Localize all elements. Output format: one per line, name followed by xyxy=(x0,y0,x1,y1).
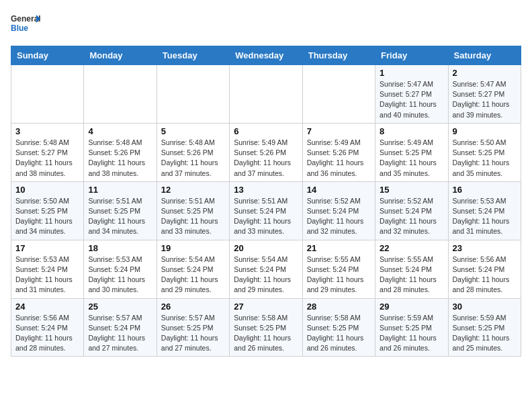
day-info: Sunrise: 5:48 AM Sunset: 5:26 PM Dayligh… xyxy=(161,138,225,179)
day-info: Sunrise: 5:51 AM Sunset: 5:25 PM Dayligh… xyxy=(161,196,225,237)
day-number: 26 xyxy=(161,302,225,312)
day-info: Sunrise: 5:47 AM Sunset: 5:27 PM Dayligh… xyxy=(380,79,443,120)
calendar-week-row: 17Sunrise: 5:53 AM Sunset: 5:24 PM Dayli… xyxy=(11,240,521,298)
calendar-cell: 16Sunrise: 5:53 AM Sunset: 5:24 PM Dayli… xyxy=(448,181,521,240)
day-info: Sunrise: 5:58 AM Sunset: 5:25 PM Dayligh… xyxy=(307,313,371,354)
logo-svg: General Blue xyxy=(11,11,40,40)
day-number: 5 xyxy=(161,126,225,136)
day-number: 22 xyxy=(380,243,443,253)
day-number: 16 xyxy=(453,185,517,195)
day-number: 6 xyxy=(234,126,298,136)
svg-text:General: General xyxy=(11,14,40,24)
day-info: Sunrise: 5:49 AM Sunset: 5:26 PM Dayligh… xyxy=(307,138,371,179)
calendar-week-row: 10Sunrise: 5:50 AM Sunset: 5:25 PM Dayli… xyxy=(11,181,521,240)
calendar-cell: 23Sunrise: 5:56 AM Sunset: 5:24 PM Dayli… xyxy=(448,240,521,298)
calendar-cell xyxy=(302,65,375,124)
calendar-cell xyxy=(157,65,229,124)
day-info: Sunrise: 5:48 AM Sunset: 5:26 PM Dayligh… xyxy=(88,138,152,179)
day-number: 1 xyxy=(380,68,443,78)
calendar-week-row: 1Sunrise: 5:47 AM Sunset: 5:27 PM Daylig… xyxy=(11,65,521,124)
day-info: Sunrise: 5:59 AM Sunset: 5:25 PM Dayligh… xyxy=(453,313,517,354)
day-info: Sunrise: 5:58 AM Sunset: 5:25 PM Dayligh… xyxy=(234,313,298,354)
calendar-cell: 24Sunrise: 5:56 AM Sunset: 5:24 PM Dayli… xyxy=(11,298,84,357)
calendar-cell: 18Sunrise: 5:53 AM Sunset: 5:24 PM Dayli… xyxy=(84,240,157,298)
day-number: 9 xyxy=(453,126,517,136)
calendar-week-row: 3Sunrise: 5:48 AM Sunset: 5:27 PM Daylig… xyxy=(11,123,521,181)
day-info: Sunrise: 5:50 AM Sunset: 5:25 PM Dayligh… xyxy=(453,138,517,179)
calendar-cell: 12Sunrise: 5:51 AM Sunset: 5:25 PM Dayli… xyxy=(157,181,229,240)
weekday-header-saturday: Saturday xyxy=(448,46,521,65)
calendar-cell: 3Sunrise: 5:48 AM Sunset: 5:27 PM Daylig… xyxy=(11,123,84,181)
day-info: Sunrise: 5:53 AM Sunset: 5:24 PM Dayligh… xyxy=(88,255,152,295)
day-info: Sunrise: 5:56 AM Sunset: 5:24 PM Dayligh… xyxy=(453,255,517,295)
calendar-cell xyxy=(11,65,84,124)
day-info: Sunrise: 5:59 AM Sunset: 5:25 PM Dayligh… xyxy=(380,313,443,354)
calendar-header-row: SundayMondayTuesdayWednesdayThursdayFrid… xyxy=(11,46,521,65)
calendar-cell xyxy=(84,65,157,124)
day-number: 21 xyxy=(307,243,371,253)
calendar-cell: 14Sunrise: 5:52 AM Sunset: 5:24 PM Dayli… xyxy=(302,181,375,240)
calendar-week-row: 24Sunrise: 5:56 AM Sunset: 5:24 PM Dayli… xyxy=(11,298,521,357)
day-number: 29 xyxy=(380,302,443,312)
day-number: 19 xyxy=(161,243,225,253)
day-number: 23 xyxy=(453,243,517,253)
weekday-header-thursday: Thursday xyxy=(302,46,375,65)
day-number: 27 xyxy=(234,302,298,312)
day-number: 17 xyxy=(15,243,79,253)
day-info: Sunrise: 5:55 AM Sunset: 5:24 PM Dayligh… xyxy=(380,255,443,295)
calendar-cell: 30Sunrise: 5:59 AM Sunset: 5:25 PM Dayli… xyxy=(448,298,521,357)
weekday-header-sunday: Sunday xyxy=(11,46,84,65)
day-info: Sunrise: 5:51 AM Sunset: 5:25 PM Dayligh… xyxy=(88,196,152,237)
calendar-cell xyxy=(230,65,302,124)
day-number: 10 xyxy=(15,185,79,195)
day-info: Sunrise: 5:49 AM Sunset: 5:26 PM Dayligh… xyxy=(234,138,298,179)
day-number: 15 xyxy=(380,185,443,195)
calendar-cell: 8Sunrise: 5:49 AM Sunset: 5:25 PM Daylig… xyxy=(375,123,448,181)
day-number: 20 xyxy=(234,243,298,253)
calendar-cell: 26Sunrise: 5:57 AM Sunset: 5:25 PM Dayli… xyxy=(157,298,229,357)
day-number: 12 xyxy=(161,185,225,195)
calendar-cell: 10Sunrise: 5:50 AM Sunset: 5:25 PM Dayli… xyxy=(11,181,84,240)
calendar-cell: 17Sunrise: 5:53 AM Sunset: 5:24 PM Dayli… xyxy=(11,240,84,298)
day-info: Sunrise: 5:55 AM Sunset: 5:24 PM Dayligh… xyxy=(307,255,371,295)
day-info: Sunrise: 5:57 AM Sunset: 5:25 PM Dayligh… xyxy=(161,313,225,354)
day-number: 13 xyxy=(234,185,298,195)
day-info: Sunrise: 5:54 AM Sunset: 5:24 PM Dayligh… xyxy=(234,255,298,295)
day-info: Sunrise: 5:51 AM Sunset: 5:24 PM Dayligh… xyxy=(234,196,298,237)
day-number: 7 xyxy=(307,126,371,136)
calendar-cell: 1Sunrise: 5:47 AM Sunset: 5:27 PM Daylig… xyxy=(375,65,448,124)
weekday-header-monday: Monday xyxy=(84,46,157,65)
calendar-cell: 28Sunrise: 5:58 AM Sunset: 5:25 PM Dayli… xyxy=(302,298,375,357)
calendar-cell: 22Sunrise: 5:55 AM Sunset: 5:24 PM Dayli… xyxy=(375,240,448,298)
day-number: 14 xyxy=(307,185,371,195)
calendar-cell: 13Sunrise: 5:51 AM Sunset: 5:24 PM Dayli… xyxy=(230,181,302,240)
day-info: Sunrise: 5:50 AM Sunset: 5:25 PM Dayligh… xyxy=(15,196,79,237)
day-number: 24 xyxy=(15,302,79,312)
day-number: 4 xyxy=(88,126,152,136)
calendar-table: SundayMondayTuesdayWednesdayThursdayFrid… xyxy=(11,46,521,357)
calendar-cell: 25Sunrise: 5:57 AM Sunset: 5:24 PM Dayli… xyxy=(84,298,157,357)
day-number: 18 xyxy=(88,243,152,253)
day-number: 25 xyxy=(88,302,152,312)
calendar-cell: 21Sunrise: 5:55 AM Sunset: 5:24 PM Dayli… xyxy=(302,240,375,298)
weekday-header-wednesday: Wednesday xyxy=(230,46,302,65)
calendar-cell: 4Sunrise: 5:48 AM Sunset: 5:26 PM Daylig… xyxy=(84,123,157,181)
calendar-cell: 27Sunrise: 5:58 AM Sunset: 5:25 PM Dayli… xyxy=(230,298,302,357)
logo: General Blue xyxy=(11,11,40,40)
calendar-cell: 7Sunrise: 5:49 AM Sunset: 5:26 PM Daylig… xyxy=(302,123,375,181)
calendar-cell: 11Sunrise: 5:51 AM Sunset: 5:25 PM Dayli… xyxy=(84,181,157,240)
calendar-cell: 5Sunrise: 5:48 AM Sunset: 5:26 PM Daylig… xyxy=(157,123,229,181)
calendar-cell: 20Sunrise: 5:54 AM Sunset: 5:24 PM Dayli… xyxy=(230,240,302,298)
calendar-cell: 29Sunrise: 5:59 AM Sunset: 5:25 PM Dayli… xyxy=(375,298,448,357)
day-info: Sunrise: 5:54 AM Sunset: 5:24 PM Dayligh… xyxy=(161,255,225,295)
day-info: Sunrise: 5:57 AM Sunset: 5:24 PM Dayligh… xyxy=(88,313,152,354)
day-info: Sunrise: 5:53 AM Sunset: 5:24 PM Dayligh… xyxy=(15,255,79,295)
calendar-cell: 2Sunrise: 5:47 AM Sunset: 5:27 PM Daylig… xyxy=(448,65,521,124)
day-info: Sunrise: 5:49 AM Sunset: 5:25 PM Dayligh… xyxy=(380,138,443,179)
calendar-cell: 15Sunrise: 5:52 AM Sunset: 5:24 PM Dayli… xyxy=(375,181,448,240)
day-info: Sunrise: 5:52 AM Sunset: 5:24 PM Dayligh… xyxy=(380,196,443,237)
calendar-cell: 6Sunrise: 5:49 AM Sunset: 5:26 PM Daylig… xyxy=(230,123,302,181)
day-info: Sunrise: 5:53 AM Sunset: 5:24 PM Dayligh… xyxy=(453,196,517,237)
page-header: General Blue xyxy=(11,11,521,40)
day-info: Sunrise: 5:48 AM Sunset: 5:27 PM Dayligh… xyxy=(15,138,79,179)
